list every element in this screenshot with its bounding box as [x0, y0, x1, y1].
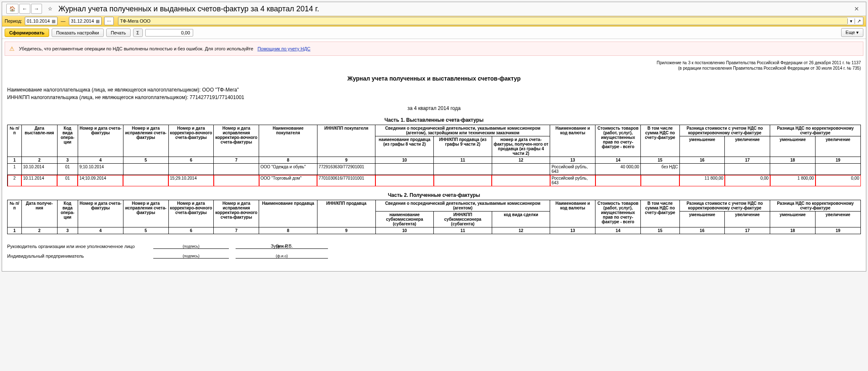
print-button[interactable]: Печать: [106, 29, 131, 37]
taxpayer-name: Наименование налогоплательщика (лица, не…: [7, 86, 861, 94]
back-button[interactable]: ←: [19, 4, 30, 14]
vat-assistant-link[interactable]: Помощник по учету НДС: [257, 46, 310, 51]
part1-title: Часть 1. Выставленные счета-фактуры: [7, 117, 861, 123]
table-row[interactable]: 110.10.2014019;10.10.2014ООО "Одежда и о…: [8, 164, 861, 175]
generate-button[interactable]: Сформировать: [5, 29, 49, 37]
ip-sign-label: Индивидуальный предприниматель: [7, 253, 150, 259]
head-fio-line: Зубин Р.В.(ф.и.о): [236, 243, 328, 249]
more-button[interactable]: Еще ▾: [841, 28, 863, 37]
warning-icon: ⚠: [9, 45, 15, 52]
show-settings-button[interactable]: Показать настройки: [52, 29, 104, 37]
calendar-icon[interactable]: ▦: [96, 19, 100, 24]
part1-table: № п/п Дата выставле-ния Код вида опера-ц…: [7, 125, 861, 186]
warning-notice: ⚠ Убедитесь, что регламентные операции п…: [5, 42, 863, 56]
close-button[interactable]: ✕: [852, 5, 862, 12]
report-period: за 4 квартал 2014 года: [7, 105, 861, 111]
page-title: Журнал учета полученных и выданных счето…: [58, 5, 319, 13]
period-from[interactable]: 01.10.2014▦: [25, 17, 58, 25]
table-row[interactable]: 210.11.20140114;10.09.201415;29.10.2014О…: [8, 175, 861, 186]
legal-notice: Приложение № 3 к постановлению Правитель…: [7, 60, 861, 71]
period-picker-button[interactable]: ...: [104, 17, 114, 25]
ip-fio-line: (ф.и.о): [236, 253, 328, 259]
forward-button[interactable]: →: [31, 4, 42, 14]
head-signature-line: (подпись): [153, 243, 229, 249]
part2-table: № п/п Дата получе-ния Код вида опера-ции…: [7, 200, 861, 234]
chevron-down-icon[interactable]: ▾: [847, 18, 855, 24]
report-title: Журнал учета полученных и выставленных с…: [7, 75, 861, 82]
sum-button[interactable]: Σ: [133, 29, 143, 37]
period-label: Период:: [5, 18, 22, 24]
star-icon[interactable]: ☆: [45, 4, 55, 13]
sum-field[interactable]: 0,00: [145, 29, 193, 37]
ip-signature-line: (подпись): [153, 253, 229, 259]
head-sign-label: Руководитель организации или иное уполно…: [7, 244, 150, 249]
home-button[interactable]: 🏠: [6, 4, 18, 14]
open-icon[interactable]: ↗: [855, 18, 863, 24]
taxpayer-inn: ИНН/КПП налогоплательщика (лица, не явля…: [7, 94, 861, 101]
part2-title: Часть 2. Полученные счета-фактуры: [7, 192, 861, 198]
chevron-down-icon: ▾: [856, 30, 859, 35]
organization-select[interactable]: ТФ-Мега ООО ▾ ↗: [118, 17, 863, 25]
period-to[interactable]: 31.12.2014▦: [69, 17, 102, 25]
calendar-icon[interactable]: ▦: [52, 19, 55, 24]
